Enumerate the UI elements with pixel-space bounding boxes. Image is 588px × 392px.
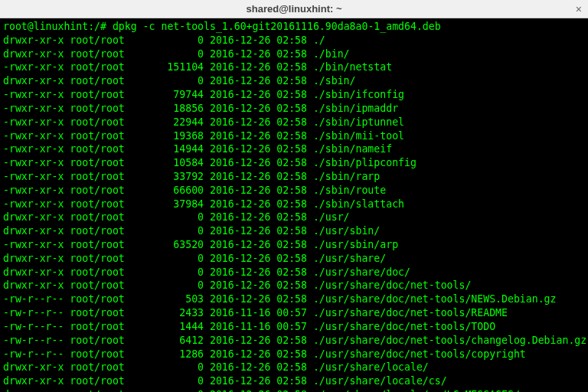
file-listing-row: -rwxr-xr-x root/root 10584 2016-12-26 02… [3, 156, 585, 170]
file-listing-row: -rw-r--r-- root/root 503 2016-12-26 02:5… [3, 292, 585, 306]
file-listing-row: drwxr-xr-x root/root 0 2016-12-26 02:58 … [3, 374, 585, 388]
file-listing-row: drwxr-xr-x root/root 0 2016-12-26 02:58 … [3, 34, 585, 47]
file-listing-row: -rw-r--r-- root/root 1444 2016-11-16 00:… [3, 320, 585, 334]
file-listing-row: drwxr-xr-x root/root 0 2016-12-26 02:58 … [3, 224, 585, 238]
file-listing-row: -rwxr-xr-x root/root 37984 2016-12-26 02… [3, 198, 585, 211]
shell-prompt: root@linuxhint:/# [3, 21, 106, 32]
file-listing-row: drwxr-xr-x root/root 0 2016-12-26 02:58 … [3, 266, 585, 279]
shell-prompt-line: root@linuxhint:/# dpkg -c net-tools_1.60… [3, 20, 585, 34]
file-listing-row: drwxr-xr-x root/root 0 2016-12-26 02:58 … [3, 74, 585, 88]
file-listing-row: drwxr-xr-x root/root 0 2016-12-26 02:58 … [3, 47, 585, 61]
file-listing-row: -rwxr-xr-x root/root 14944 2016-12-26 02… [3, 142, 585, 156]
shell-command: dpkg -c net-tools_1.60+git20161116.90da8… [106, 21, 441, 32]
file-listing-row: -rw-r--r-- root/root 6412 2016-12-26 02:… [3, 334, 585, 348]
file-listing-row: -rw-r--r-- root/root 1286 2016-12-26 02:… [3, 348, 585, 361]
file-listing-row: -rwxr-xr-x root/root 19368 2016-12-26 02… [3, 129, 585, 143]
file-listing-row: -rw-r--r-- root/root 2433 2016-11-16 00:… [3, 306, 585, 320]
file-listing-row: -rwxr-xr-x root/root 22944 2016-12-26 02… [3, 116, 585, 129]
file-listing-row: -rwxr-xr-x root/root 63520 2016-12-26 02… [3, 238, 585, 252]
file-listing-row: -rwxr-xr-x root/root 66600 2016-12-26 02… [3, 184, 585, 198]
terminal-area[interactable]: root@linuxhint:/# dpkg -c net-tools_1.60… [0, 18, 588, 392]
file-listing-row: drwxr-xr-x root/root 0 2016-12-26 02:58 … [3, 252, 585, 266]
file-listing: drwxr-xr-x root/root 0 2016-12-26 02:58 … [3, 34, 585, 392]
window-title: shared@linuxhint: ~ [247, 3, 342, 15]
file-listing-row: drwxr-xr-x root/root 0 2016-12-26 02:58 … [3, 388, 585, 392]
file-listing-row: -rwxr-xr-x root/root 33792 2016-12-26 02… [3, 170, 585, 184]
file-listing-row: -rwxr-xr-x root/root 79744 2016-12-26 02… [3, 88, 585, 102]
file-listing-row: -rwxr-xr-x root/root 18856 2016-12-26 02… [3, 102, 585, 116]
file-listing-row: -rwxr-xr-x root/root 151104 2016-12-26 0… [3, 60, 585, 74]
file-listing-row: drwxr-xr-x root/root 0 2016-12-26 02:58 … [3, 361, 585, 374]
close-icon[interactable]: × [576, 3, 582, 15]
window-titlebar: shared@linuxhint: ~ × [0, 0, 588, 18]
file-listing-row: drwxr-xr-x root/root 0 2016-12-26 02:58 … [3, 211, 585, 224]
file-listing-row: drwxr-xr-x root/root 0 2016-12-26 02:58 … [3, 279, 585, 292]
